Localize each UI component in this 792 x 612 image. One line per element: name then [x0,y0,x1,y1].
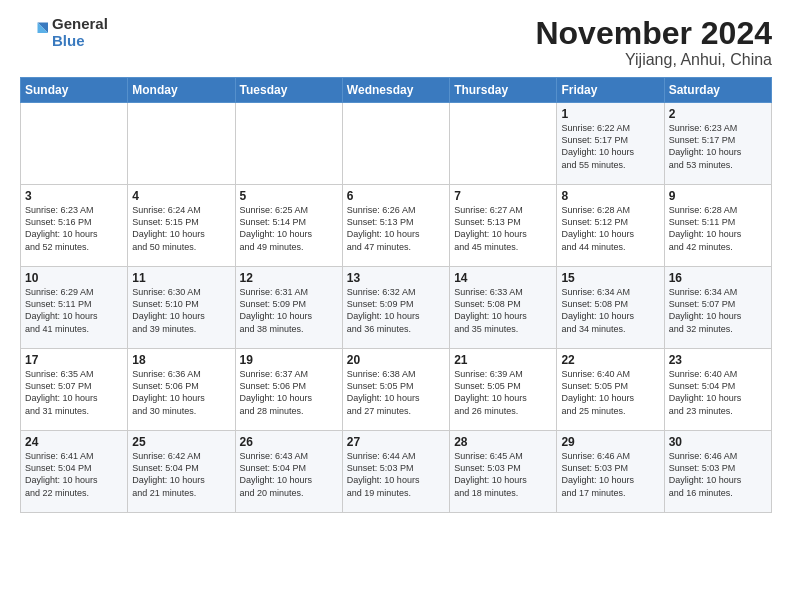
day-number: 28 [454,435,552,449]
calendar-cell: 22Sunrise: 6:40 AM Sunset: 5:05 PM Dayli… [557,349,664,431]
calendar-cell: 28Sunrise: 6:45 AM Sunset: 5:03 PM Dayli… [450,431,557,513]
day-number: 1 [561,107,659,121]
day-info: Sunrise: 6:25 AM Sunset: 5:14 PM Dayligh… [240,204,338,253]
weekday-header: Wednesday [342,78,449,103]
day-number: 23 [669,353,767,367]
day-number: 17 [25,353,123,367]
logo: General Blue [20,16,108,49]
calendar-cell: 20Sunrise: 6:38 AM Sunset: 5:05 PM Dayli… [342,349,449,431]
calendar-cell: 7Sunrise: 6:27 AM Sunset: 5:13 PM Daylig… [450,185,557,267]
calendar-table: SundayMondayTuesdayWednesdayThursdayFrid… [20,77,772,513]
calendar-cell: 3Sunrise: 6:23 AM Sunset: 5:16 PM Daylig… [21,185,128,267]
day-number: 10 [25,271,123,285]
day-info: Sunrise: 6:30 AM Sunset: 5:10 PM Dayligh… [132,286,230,335]
calendar-cell: 29Sunrise: 6:46 AM Sunset: 5:03 PM Dayli… [557,431,664,513]
day-number: 27 [347,435,445,449]
day-number: 6 [347,189,445,203]
day-number: 19 [240,353,338,367]
day-info: Sunrise: 6:43 AM Sunset: 5:04 PM Dayligh… [240,450,338,499]
month-title: November 2024 [535,16,772,51]
logo-text: General Blue [52,16,108,49]
calendar-cell: 9Sunrise: 6:28 AM Sunset: 5:11 PM Daylig… [664,185,771,267]
day-info: Sunrise: 6:38 AM Sunset: 5:05 PM Dayligh… [347,368,445,417]
day-info: Sunrise: 6:46 AM Sunset: 5:03 PM Dayligh… [561,450,659,499]
day-info: Sunrise: 6:46 AM Sunset: 5:03 PM Dayligh… [669,450,767,499]
day-info: Sunrise: 6:31 AM Sunset: 5:09 PM Dayligh… [240,286,338,335]
day-info: Sunrise: 6:22 AM Sunset: 5:17 PM Dayligh… [561,122,659,171]
calendar-cell [128,103,235,185]
calendar-cell: 1Sunrise: 6:22 AM Sunset: 5:17 PM Daylig… [557,103,664,185]
calendar-cell: 25Sunrise: 6:42 AM Sunset: 5:04 PM Dayli… [128,431,235,513]
calendar-cell: 6Sunrise: 6:26 AM Sunset: 5:13 PM Daylig… [342,185,449,267]
day-number: 15 [561,271,659,285]
day-number: 30 [669,435,767,449]
day-info: Sunrise: 6:28 AM Sunset: 5:12 PM Dayligh… [561,204,659,253]
day-info: Sunrise: 6:34 AM Sunset: 5:08 PM Dayligh… [561,286,659,335]
day-number: 16 [669,271,767,285]
page: General Blue November 2024 Yijiang, Anhu… [0,0,792,612]
day-info: Sunrise: 6:40 AM Sunset: 5:05 PM Dayligh… [561,368,659,417]
calendar-week-row: 17Sunrise: 6:35 AM Sunset: 5:07 PM Dayli… [21,349,772,431]
day-info: Sunrise: 6:37 AM Sunset: 5:06 PM Dayligh… [240,368,338,417]
day-number: 9 [669,189,767,203]
calendar-cell: 11Sunrise: 6:30 AM Sunset: 5:10 PM Dayli… [128,267,235,349]
calendar-cell: 16Sunrise: 6:34 AM Sunset: 5:07 PM Dayli… [664,267,771,349]
day-info: Sunrise: 6:41 AM Sunset: 5:04 PM Dayligh… [25,450,123,499]
calendar-cell: 18Sunrise: 6:36 AM Sunset: 5:06 PM Dayli… [128,349,235,431]
logo-icon [20,19,48,47]
calendar-cell: 2Sunrise: 6:23 AM Sunset: 5:17 PM Daylig… [664,103,771,185]
calendar-cell [235,103,342,185]
day-number: 29 [561,435,659,449]
weekday-row: SundayMondayTuesdayWednesdayThursdayFrid… [21,78,772,103]
day-number: 18 [132,353,230,367]
calendar-cell [450,103,557,185]
day-number: 20 [347,353,445,367]
day-number: 25 [132,435,230,449]
calendar-cell: 4Sunrise: 6:24 AM Sunset: 5:15 PM Daylig… [128,185,235,267]
day-number: 22 [561,353,659,367]
location: Yijiang, Anhui, China [535,51,772,69]
weekday-header: Friday [557,78,664,103]
day-number: 14 [454,271,552,285]
calendar-header: SundayMondayTuesdayWednesdayThursdayFrid… [21,78,772,103]
day-number: 13 [347,271,445,285]
weekday-header: Thursday [450,78,557,103]
calendar-cell: 19Sunrise: 6:37 AM Sunset: 5:06 PM Dayli… [235,349,342,431]
calendar-cell: 15Sunrise: 6:34 AM Sunset: 5:08 PM Dayli… [557,267,664,349]
calendar-cell: 24Sunrise: 6:41 AM Sunset: 5:04 PM Dayli… [21,431,128,513]
calendar-cell: 10Sunrise: 6:29 AM Sunset: 5:11 PM Dayli… [21,267,128,349]
day-number: 12 [240,271,338,285]
day-number: 26 [240,435,338,449]
calendar-cell: 23Sunrise: 6:40 AM Sunset: 5:04 PM Dayli… [664,349,771,431]
day-info: Sunrise: 6:45 AM Sunset: 5:03 PM Dayligh… [454,450,552,499]
calendar-cell: 12Sunrise: 6:31 AM Sunset: 5:09 PM Dayli… [235,267,342,349]
title-area: November 2024 Yijiang, Anhui, China [535,16,772,69]
day-info: Sunrise: 6:42 AM Sunset: 5:04 PM Dayligh… [132,450,230,499]
weekday-header: Monday [128,78,235,103]
calendar-cell: 8Sunrise: 6:28 AM Sunset: 5:12 PM Daylig… [557,185,664,267]
day-info: Sunrise: 6:36 AM Sunset: 5:06 PM Dayligh… [132,368,230,417]
calendar-week-row: 3Sunrise: 6:23 AM Sunset: 5:16 PM Daylig… [21,185,772,267]
calendar-week-row: 24Sunrise: 6:41 AM Sunset: 5:04 PM Dayli… [21,431,772,513]
day-info: Sunrise: 6:23 AM Sunset: 5:17 PM Dayligh… [669,122,767,171]
calendar-cell: 27Sunrise: 6:44 AM Sunset: 5:03 PM Dayli… [342,431,449,513]
calendar-cell: 26Sunrise: 6:43 AM Sunset: 5:04 PM Dayli… [235,431,342,513]
day-info: Sunrise: 6:44 AM Sunset: 5:03 PM Dayligh… [347,450,445,499]
calendar-cell: 5Sunrise: 6:25 AM Sunset: 5:14 PM Daylig… [235,185,342,267]
calendar-cell [342,103,449,185]
weekday-header: Tuesday [235,78,342,103]
day-number: 2 [669,107,767,121]
day-number: 24 [25,435,123,449]
day-info: Sunrise: 6:39 AM Sunset: 5:05 PM Dayligh… [454,368,552,417]
logo-blue: Blue [52,33,108,50]
logo-general: General [52,16,108,33]
day-info: Sunrise: 6:23 AM Sunset: 5:16 PM Dayligh… [25,204,123,253]
day-info: Sunrise: 6:28 AM Sunset: 5:11 PM Dayligh… [669,204,767,253]
calendar-week-row: 10Sunrise: 6:29 AM Sunset: 5:11 PM Dayli… [21,267,772,349]
day-info: Sunrise: 6:32 AM Sunset: 5:09 PM Dayligh… [347,286,445,335]
day-info: Sunrise: 6:40 AM Sunset: 5:04 PM Dayligh… [669,368,767,417]
day-number: 8 [561,189,659,203]
day-info: Sunrise: 6:33 AM Sunset: 5:08 PM Dayligh… [454,286,552,335]
day-info: Sunrise: 6:34 AM Sunset: 5:07 PM Dayligh… [669,286,767,335]
day-info: Sunrise: 6:24 AM Sunset: 5:15 PM Dayligh… [132,204,230,253]
